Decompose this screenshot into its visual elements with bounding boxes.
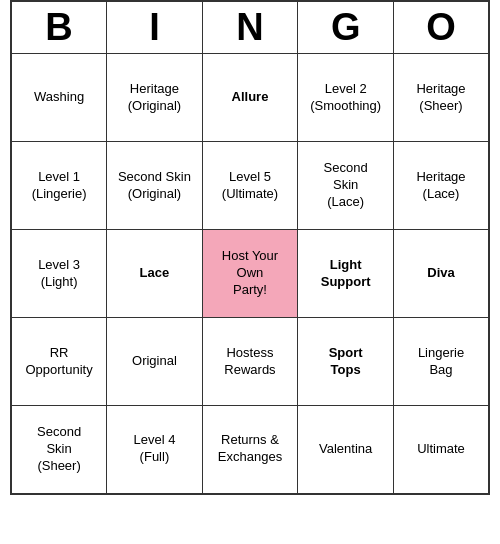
bingo-grid: BINGO WashingHeritage (Original)AllureLe…	[10, 0, 490, 495]
cell-2-2: Host Your Own Party!	[202, 230, 298, 318]
cell-3-2: Hostess Rewards	[202, 318, 298, 406]
cell-3-1: Original	[107, 318, 202, 406]
cell-2-0: Level 3 (Light)	[11, 230, 107, 318]
cell-4-3: Valentina	[298, 406, 394, 494]
bingo-letter-b: B	[11, 1, 107, 54]
cell-4-4: Ultimate	[394, 406, 489, 494]
cell-1-3: Second Skin (Lace)	[298, 142, 394, 230]
cell-1-1: Second Skin (Original)	[107, 142, 202, 230]
cell-0-4: Heritage (Sheer)	[394, 54, 489, 142]
cell-2-4: Diva	[394, 230, 489, 318]
cell-0-1: Heritage (Original)	[107, 54, 202, 142]
grid-row-0: WashingHeritage (Original)AllureLevel 2 …	[11, 54, 489, 142]
bingo-letter-o: O	[394, 1, 489, 54]
bingo-letter-i: I	[107, 1, 202, 54]
cell-2-1: Lace	[107, 230, 202, 318]
cell-4-2: Returns & Exchanges	[202, 406, 298, 494]
cell-3-3: Sport Tops	[298, 318, 394, 406]
cell-3-4: Lingerie Bag	[394, 318, 489, 406]
cell-3-0: RR Opportunity	[11, 318, 107, 406]
cell-1-0: Level 1 (Lingerie)	[11, 142, 107, 230]
cell-0-0: Washing	[11, 54, 107, 142]
grid-row-3: RR OpportunityOriginalHostess RewardsSpo…	[11, 318, 489, 406]
cell-1-4: Heritage (Lace)	[394, 142, 489, 230]
bingo-letter-n: N	[202, 1, 298, 54]
cell-0-3: Level 2 (Smoothing)	[298, 54, 394, 142]
bingo-letter-g: G	[298, 1, 394, 54]
cell-1-2: Level 5 (Ultimate)	[202, 142, 298, 230]
cell-0-2: Allure	[202, 54, 298, 142]
cell-2-3: Light Support	[298, 230, 394, 318]
cell-4-0: Second Skin (Sheer)	[11, 406, 107, 494]
grid-row-4: Second Skin (Sheer)Level 4 (Full)Returns…	[11, 406, 489, 494]
grid-row-2: Level 3 (Light)LaceHost Your Own Party!L…	[11, 230, 489, 318]
grid-row-1: Level 1 (Lingerie)Second Skin (Original)…	[11, 142, 489, 230]
cell-4-1: Level 4 (Full)	[107, 406, 202, 494]
